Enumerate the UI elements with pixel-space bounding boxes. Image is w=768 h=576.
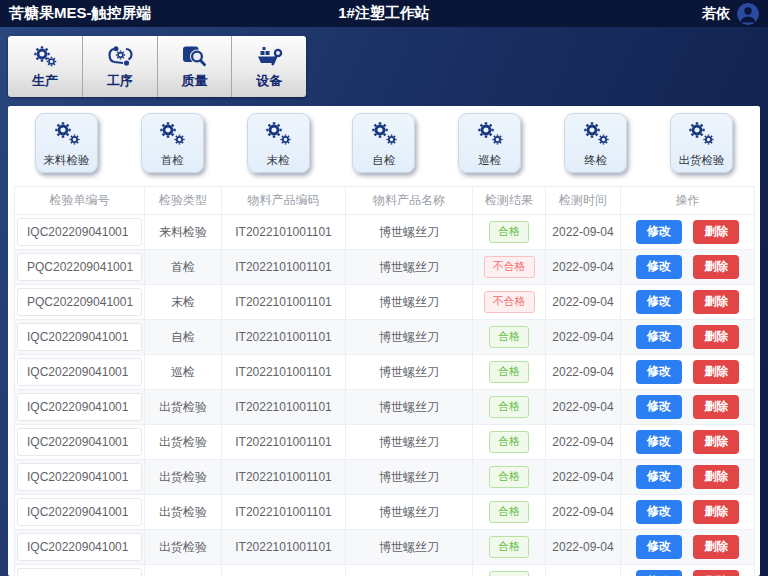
inspection-id: IQC202209041001 — [17, 358, 142, 386]
qc-button-label: 首检 — [161, 153, 184, 168]
delete-button[interactable]: 删除 — [693, 570, 739, 576]
delete-button[interactable]: 删除 — [693, 500, 739, 523]
qc-button-final-inspection[interactable]: 终检 — [564, 113, 627, 173]
qc-button-label: 末检 — [267, 153, 290, 168]
qc-button-patrol-inspection[interactable]: 巡检 — [458, 113, 521, 173]
inspection-id: IQC202209041001 — [17, 498, 142, 526]
toolbar-tab-equipment[interactable]: 设备 — [232, 36, 306, 97]
inspection-type: 出货检验 — [145, 565, 222, 576]
column-header: 检测结果 — [473, 187, 546, 215]
table-row: IQC202209041001 出货检验 IT2022101001101 博世螺… — [15, 390, 755, 425]
material-code: IT2022101001101 — [222, 565, 346, 576]
edit-button[interactable]: 修改 — [636, 430, 682, 453]
qc-button-outgoing-inspection[interactable]: 出货检验 — [670, 113, 733, 173]
material-code: IT2022101001101 — [222, 250, 346, 285]
material-name: 博世螺丝刀 — [346, 495, 473, 530]
material-name: 博世螺丝刀 — [346, 320, 473, 355]
delete-button[interactable]: 删除 — [693, 220, 739, 243]
qc-button-self-inspection[interactable]: 自检 — [352, 113, 415, 173]
qc-button-last-inspection[interactable]: 末检 — [247, 113, 310, 173]
material-code: IT2022101001101 — [222, 425, 346, 460]
material-code: IT2022101001101 — [222, 495, 346, 530]
edit-button[interactable]: 修改 — [636, 570, 682, 576]
inspection-date: 2022-09-04 — [546, 390, 621, 425]
inspection-id: IQC202209041001 — [17, 323, 142, 351]
delete-button[interactable]: 删除 — [693, 360, 739, 383]
toolbar-tab-process[interactable]: 工序 — [83, 36, 158, 97]
column-header: 检测时间 — [546, 187, 621, 215]
table-row: IQC202209041001 出货检验 IT2022101001101 博世螺… — [15, 495, 755, 530]
qc-button-row: 来料检验 首检 末检 自检 巡检 终检 出货检验 — [8, 106, 760, 173]
inspection-date: 2022-09-04 — [546, 320, 621, 355]
inspection-date: 2022-09-04 — [546, 425, 621, 460]
delete-button[interactable]: 删除 — [693, 465, 739, 488]
qc-button-incoming-inspection[interactable]: 来料检验 — [35, 113, 98, 173]
inspection-date: 2022-09-04 — [546, 565, 621, 576]
gears-icon — [367, 118, 401, 153]
delete-button[interactable]: 删除 — [693, 430, 739, 453]
delete-button[interactable]: 删除 — [693, 535, 739, 558]
result-badge: 合格 — [489, 221, 529, 242]
inspection-date: 2022-09-04 — [546, 250, 621, 285]
material-code: IT2022101001101 — [222, 460, 346, 495]
material-name: 博世螺丝刀 — [346, 390, 473, 425]
gears-icon — [261, 118, 295, 153]
gears-icon — [684, 118, 718, 153]
delete-button[interactable]: 删除 — [693, 255, 739, 278]
user-menu[interactable]: 若依 — [702, 3, 759, 25]
result-badge: 合格 — [489, 466, 529, 487]
material-name: 博世螺丝刀 — [346, 215, 473, 250]
edit-button[interactable]: 修改 — [636, 500, 682, 523]
inspection-date: 2022-09-04 — [546, 495, 621, 530]
toolbar-tab-quality[interactable]: 质量 — [158, 36, 233, 97]
inspection-type: 出货检验 — [145, 460, 222, 495]
table-row: IQC202209041001 出货检验 IT2022101001101 博世螺… — [15, 565, 755, 576]
delete-button[interactable]: 删除 — [693, 290, 739, 313]
delete-button[interactable]: 删除 — [693, 325, 739, 348]
inspection-type: 出货检验 — [145, 425, 222, 460]
inspection-type: 首检 — [145, 250, 222, 285]
gears-icon — [155, 118, 189, 153]
material-code: IT2022101001101 — [222, 390, 346, 425]
process-route-icon — [106, 43, 134, 69]
material-name: 博世螺丝刀 — [346, 425, 473, 460]
inspection-type: 出货检验 — [145, 390, 222, 425]
edit-button[interactable]: 修改 — [636, 395, 682, 418]
qc-button-first-inspection[interactable]: 首检 — [141, 113, 204, 173]
inspection-id: IQC202209041001 — [17, 393, 142, 421]
table-row: IQC202209041001 自检 IT2022101001101 博世螺丝刀… — [15, 320, 755, 355]
toolbar-tab-production[interactable]: 生产 — [8, 36, 83, 97]
delete-button[interactable]: 删除 — [693, 395, 739, 418]
user-avatar-icon[interactable] — [737, 3, 759, 25]
quality-magnifier-icon — [181, 43, 207, 69]
table-row: IQC202209041001 出货检验 IT2022101001101 博世螺… — [15, 425, 755, 460]
inspection-id: IQC202209041001 — [17, 218, 142, 246]
gears-icon — [50, 118, 84, 153]
inspection-date: 2022-09-04 — [546, 530, 621, 565]
user-name: 若依 — [702, 5, 730, 23]
material-code: IT2022101001101 — [222, 215, 346, 250]
inspection-type: 出货检验 — [145, 495, 222, 530]
inspection-type: 自检 — [145, 320, 222, 355]
inspection-type: 末检 — [145, 285, 222, 320]
edit-button[interactable]: 修改 — [636, 535, 682, 558]
main-panel: 来料检验 首检 末检 自检 巡检 终检 出货检验 检验单编号检验类型物料产品编码… — [8, 106, 760, 576]
result-badge: 合格 — [489, 361, 529, 382]
edit-button[interactable]: 修改 — [636, 325, 682, 348]
qc-button-label: 来料检验 — [44, 153, 90, 168]
inspection-id: IQC202209041001 — [17, 428, 142, 456]
tab-label: 质量 — [181, 72, 207, 90]
edit-button[interactable]: 修改 — [636, 465, 682, 488]
edit-button[interactable]: 修改 — [636, 290, 682, 313]
table-row: PQC202209041001 末检 IT2022101001101 博世螺丝刀… — [15, 285, 755, 320]
toolbar: 生产 工序 质量 设备 — [8, 36, 306, 97]
qc-button-label: 巡检 — [478, 153, 501, 168]
table-row: PQC202209041001 首检 IT2022101001101 博世螺丝刀… — [15, 250, 755, 285]
edit-button[interactable]: 修改 — [636, 220, 682, 243]
qc-button-label: 自检 — [372, 153, 395, 168]
edit-button[interactable]: 修改 — [636, 255, 682, 278]
tab-label: 设备 — [256, 72, 282, 90]
edit-button[interactable]: 修改 — [636, 360, 682, 383]
inspection-table: 检验单编号检验类型物料产品编码物料产品名称检测结果检测时间操作 IQC20220… — [14, 186, 755, 576]
material-name: 博世螺丝刀 — [346, 355, 473, 390]
